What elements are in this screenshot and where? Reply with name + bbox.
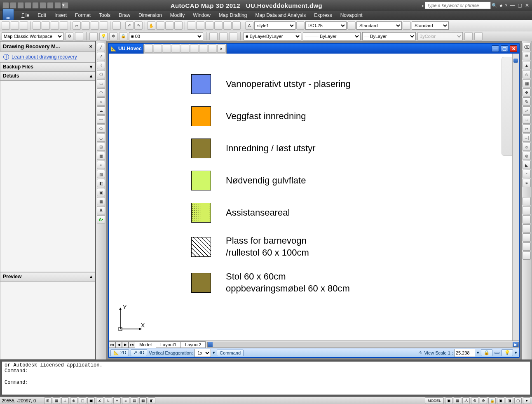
tpy-icon[interactable]: ▤	[131, 397, 138, 404]
textstyle-icon[interactable]: A	[245, 21, 253, 30]
details-header[interactable]: Details▴	[0, 71, 95, 80]
snap-icon[interactable]: ⊞	[44, 397, 52, 404]
layer-tool2-icon[interactable]	[219, 32, 227, 40]
map-r3-icon[interactable]	[523, 215, 531, 223]
map-r1-icon[interactable]	[523, 197, 531, 205]
app-logo-icon[interactable]: 3D	[2, 9, 14, 20]
gis-dropdown-icon[interactable]: ▾	[515, 350, 517, 355]
minimize-icon[interactable]: —	[509, 2, 516, 9]
coordinate-readout[interactable]: 29555, -20997, 0	[2, 398, 43, 403]
np-btn6-icon[interactable]	[190, 45, 198, 53]
new-icon[interactable]	[2, 21, 10, 30]
scale-icon[interactable]: ⤢	[523, 106, 531, 115]
view-scale-input[interactable]	[455, 349, 475, 357]
menu-express[interactable]: Express	[310, 12, 336, 18]
sb-iso-icon[interactable]: ◨	[506, 397, 513, 404]
xline-icon[interactable]: ↗	[97, 52, 105, 60]
dw-minimize-icon[interactable]: —	[492, 45, 499, 52]
mtext-icon[interactable]: A	[97, 206, 105, 214]
plotstyle-select[interactable]: ByColor	[417, 32, 463, 40]
tab-first-icon[interactable]: ⏮	[109, 341, 115, 348]
dc-icon[interactable]	[196, 21, 204, 30]
color-select[interactable]: ■ ByLayerByLayer	[244, 32, 301, 40]
sb-lock-icon[interactable]: 🔒	[488, 397, 496, 404]
open-icon[interactable]	[11, 21, 19, 30]
qat-print-icon[interactable]	[54, 2, 61, 9]
paste-icon[interactable]	[91, 21, 99, 30]
offset-icon[interactable]: ⎌	[523, 70, 531, 78]
map-r6-icon[interactable]	[523, 242, 531, 251]
preview-icon[interactable]	[42, 21, 50, 30]
dyn-icon[interactable]: +	[113, 397, 121, 404]
np-btn3-icon[interactable]	[163, 45, 171, 53]
break-icon[interactable]: ⎋	[523, 143, 531, 151]
sb-clean-icon[interactable]: ▢	[514, 397, 522, 404]
vert-exag-select[interactable]: 1x	[195, 349, 211, 357]
sb-tool2-icon[interactable]: ▦	[454, 397, 461, 404]
props-icon[interactable]	[187, 21, 195, 30]
preview-header[interactable]: Preview▴	[0, 272, 95, 281]
region-icon[interactable]: ▣	[97, 188, 105, 196]
gradient-icon[interactable]: ◧	[97, 179, 105, 187]
lwt-icon[interactable]: ≡	[122, 397, 129, 404]
explode-icon[interactable]: ✶	[523, 179, 531, 187]
mleader-style-select[interactable]: Standard	[412, 21, 449, 30]
qat-plot-icon[interactable]	[32, 2, 39, 9]
copy-icon[interactable]	[82, 21, 90, 30]
np-close-icon[interactable]: ×	[217, 45, 225, 53]
rect-icon[interactable]: ▭	[97, 79, 105, 87]
cut-icon[interactable]: ✂	[73, 21, 81, 30]
ssm-icon[interactable]	[214, 21, 223, 30]
fillet-icon[interactable]: ◜	[523, 170, 531, 178]
gear-icon[interactable]: ⚙	[65, 32, 73, 40]
rotate-icon[interactable]: ↻	[523, 97, 531, 106]
ortho-icon[interactable]: ⊥	[61, 397, 69, 404]
map-r7-icon[interactable]	[523, 251, 531, 260]
sb-tray-icon[interactable]: ▾	[523, 397, 530, 404]
tablestyle-icon[interactable]	[347, 21, 356, 30]
qat-save-icon[interactable]	[17, 2, 24, 9]
np-btn8-icon[interactable]	[208, 45, 216, 53]
tp-icon[interactable]	[205, 21, 213, 30]
trim-icon[interactable]: ✂	[523, 124, 531, 133]
undo-icon[interactable]: ↶	[125, 21, 134, 30]
linetype-select[interactable]: ——— ByLayer	[303, 32, 361, 40]
join-icon[interactable]: ⊕	[523, 152, 531, 160]
pline-icon[interactable]: ⌇	[97, 61, 105, 69]
layer-props-icon[interactable]	[89, 32, 98, 40]
sc-icon[interactable]: ◧	[148, 397, 155, 404]
spline-icon[interactable]: 〰	[97, 115, 105, 124]
np-btn7-icon[interactable]	[199, 45, 207, 53]
erase-icon[interactable]: ⌫	[523, 43, 531, 51]
table-icon[interactable]: ▦	[97, 197, 105, 205]
print-icon[interactable]	[33, 21, 41, 30]
insert-icon[interactable]: ⊞	[97, 143, 105, 151]
text-style-select[interactable]: style1	[254, 21, 295, 30]
lock-icon[interactable]: 🔒	[119, 32, 127, 40]
copy2-icon[interactable]: ⧉	[523, 52, 531, 60]
pan-icon[interactable]: ✋	[147, 21, 155, 30]
dimstyle-icon[interactable]	[296, 21, 305, 30]
qat-saveas-icon[interactable]	[25, 2, 31, 9]
map-r5-icon[interactable]	[523, 233, 531, 242]
tab-layout2[interactable]: Layout2	[180, 341, 206, 348]
block-icon[interactable]: ▦	[97, 152, 105, 160]
canvas-scrollbar-v[interactable]	[512, 54, 519, 341]
tab-model[interactable]: Model	[135, 341, 156, 348]
scale-dropdown-icon[interactable]: ▾	[477, 350, 479, 355]
layer-tool3-icon[interactable]	[229, 32, 237, 40]
menu-file[interactable]: FFileile	[17, 12, 33, 18]
mode-3d-button[interactable]: ↗ 3D	[131, 349, 147, 356]
sb-tool1-icon[interactable]: ▣	[445, 397, 452, 404]
qat-dropdown-icon[interactable]: ▾	[62, 2, 68, 9]
dim-style-select[interactable]: ISO-25	[305, 21, 347, 30]
sb-anno-icon[interactable]: 人	[462, 397, 470, 404]
recovery-link[interactable]: Learn about drawing recovery	[12, 54, 77, 60]
blockedit-icon[interactable]	[112, 21, 121, 30]
tab-last-icon[interactable]: ⏭	[129, 341, 135, 348]
tab-layout1[interactable]: Layout1	[156, 341, 181, 348]
plot3d-icon[interactable]	[60, 21, 68, 30]
qat-new-icon[interactable]	[2, 2, 9, 9]
search-icon[interactable]: 🔍	[492, 3, 497, 8]
qp-icon[interactable]: ▦	[139, 397, 147, 404]
